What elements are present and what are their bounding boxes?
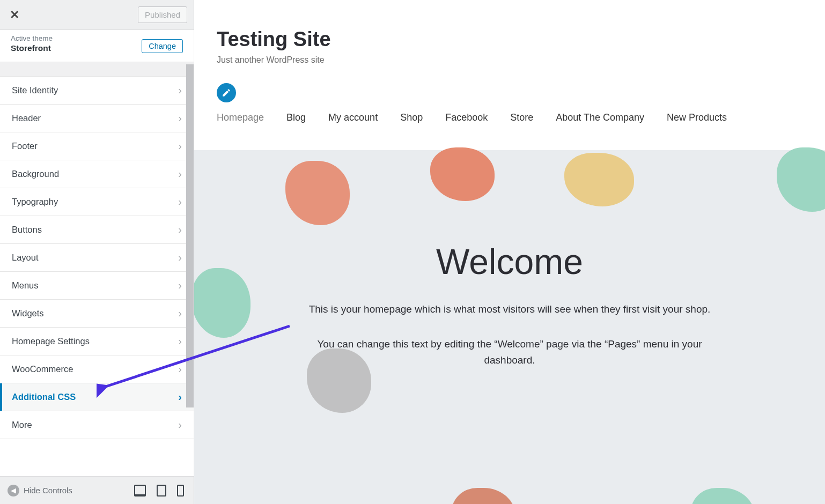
customizer-footer: ◀ Hide Controls: [0, 476, 194, 504]
panel-item-buttons[interactable]: Buttons›: [0, 216, 194, 244]
panel-item-label: Additional CSS: [12, 392, 76, 402]
hero-section: Welcome This is your homepage which is w…: [194, 150, 825, 504]
hero-graphic: [691, 488, 755, 504]
active-theme-label: Active theme: [11, 34, 53, 42]
panel-item-more[interactable]: More›: [0, 411, 194, 439]
close-icon[interactable]: ✕: [10, 8, 19, 22]
hero-graphic: [194, 268, 251, 338]
sidebar-scrollbar-thumb[interactable]: [186, 64, 194, 407]
panel-item-label: Layout: [12, 253, 39, 263]
panel-item-label: Buttons: [12, 225, 42, 235]
chevron-right-icon: ›: [178, 224, 182, 236]
panel-item-label: Typography: [12, 197, 58, 207]
panel-item-widgets[interactable]: Widgets›: [0, 300, 194, 328]
nav-link-facebook[interactable]: Facebook: [445, 112, 488, 123]
panel-item-homepage-settings[interactable]: Homepage Settings›: [0, 328, 194, 355]
panel-item-background[interactable]: Background›: [0, 160, 194, 188]
active-theme-name: Storefront: [11, 43, 53, 53]
device-switcher: [134, 485, 184, 496]
hero-graphic: [285, 161, 350, 225]
edit-shortcut-button[interactable]: [217, 83, 236, 102]
nav-link-new-products[interactable]: New Products: [667, 112, 727, 123]
nav-link-my-account[interactable]: My account: [328, 112, 378, 123]
primary-nav: HomepageBlogMy accountShopFacebookStoreA…: [194, 102, 825, 123]
panel-item-additional-css[interactable]: Additional CSS›: [0, 383, 194, 411]
collapse-icon: ◀: [8, 485, 19, 496]
nav-link-store[interactable]: Store: [510, 112, 533, 123]
chevron-right-icon: ›: [178, 84, 182, 97]
chevron-right-icon: ›: [178, 251, 182, 264]
panel-item-typography[interactable]: Typography›: [0, 188, 194, 216]
panel-item-label: Menus: [12, 280, 39, 291]
hero-graphic: [307, 349, 371, 413]
chevron-right-icon: ›: [178, 196, 182, 208]
site-preview: Testing Site Just another WordPress site…: [194, 0, 825, 504]
chevron-right-icon: ›: [178, 279, 182, 292]
hero-graphic: [564, 153, 634, 206]
hide-controls-button[interactable]: ◀ Hide Controls: [8, 485, 72, 496]
nav-link-shop[interactable]: Shop: [400, 112, 423, 123]
chevron-right-icon: ›: [178, 307, 182, 320]
hide-controls-label: Hide Controls: [24, 486, 72, 495]
nav-link-homepage[interactable]: Homepage: [217, 112, 264, 123]
device-tablet-icon[interactable]: [157, 485, 166, 496]
chevron-right-icon: ›: [178, 335, 182, 347]
panel-item-site-identity[interactable]: Site Identity›: [0, 77, 194, 105]
panel-item-label: Widgets: [12, 308, 44, 318]
chevron-right-icon: ›: [178, 112, 182, 124]
device-mobile-icon[interactable]: [177, 485, 184, 496]
nav-link-about-the-company[interactable]: About The Company: [556, 112, 644, 123]
published-button[interactable]: Published: [138, 6, 187, 23]
active-theme-row: Active theme Storefront Change: [0, 30, 194, 62]
panel-item-label: Homepage Settings: [12, 336, 90, 346]
hero-heading: Welcome: [194, 241, 825, 282]
panel-item-woocommerce[interactable]: WooCommerce›: [0, 355, 194, 383]
chevron-right-icon: ›: [178, 419, 182, 431]
customizer-topbar: ✕ Published: [0, 0, 194, 30]
device-desktop-icon[interactable]: [134, 485, 146, 496]
panel-item-menus[interactable]: Menus›: [0, 272, 194, 300]
chevron-right-icon: ›: [178, 168, 182, 180]
panel-item-label: More: [12, 420, 32, 430]
panel-list: Site Identity›Header›Footer›Background›T…: [0, 76, 194, 439]
panel-item-label: Header: [12, 113, 41, 123]
panel-item-label: Site Identity: [12, 85, 58, 95]
hero-paragraph-2: You can change this text by editing the …: [306, 336, 713, 368]
panel-item-footer[interactable]: Footer›: [0, 132, 194, 160]
hero-graphic: [777, 147, 825, 212]
site-tagline: Just another WordPress site: [217, 55, 802, 65]
panel-item-label: Footer: [12, 141, 38, 151]
customizer-panel-scroll: Active theme Storefront Change Site Iden…: [0, 30, 194, 476]
chevron-right-icon: ›: [178, 391, 182, 403]
chevron-right-icon: ›: [178, 363, 182, 375]
site-title[interactable]: Testing Site: [217, 28, 802, 51]
panel-separator: [0, 62, 194, 76]
change-theme-button[interactable]: Change: [142, 39, 183, 53]
panel-item-label: Background: [12, 169, 59, 179]
pencil-icon: [222, 88, 231, 98]
nav-link-blog[interactable]: Blog: [286, 112, 306, 123]
chevron-right-icon: ›: [178, 140, 182, 152]
hero-graphic: [452, 488, 516, 504]
panel-item-header[interactable]: Header›: [0, 105, 194, 132]
hero-graphic: [430, 147, 495, 201]
hero-paragraph-1: This is your homepage which is what most…: [306, 301, 713, 317]
panel-item-layout[interactable]: Layout›: [0, 244, 194, 272]
panel-item-label: WooCommerce: [12, 364, 73, 374]
